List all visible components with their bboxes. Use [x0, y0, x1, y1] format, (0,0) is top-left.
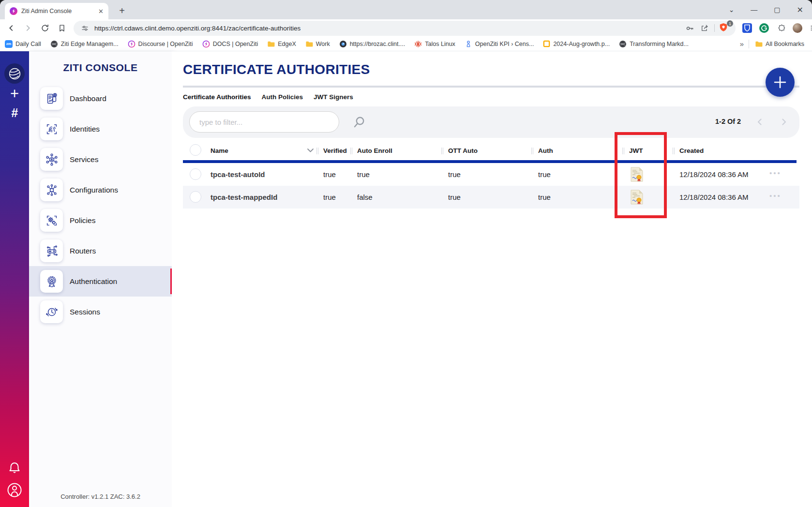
grammarly-extension-icon[interactable] [759, 23, 769, 33]
table-header: Name Verified Auto Enroll OTT Auto Auth … [172, 141, 812, 161]
column-divider [316, 148, 317, 154]
share-icon[interactable] [699, 23, 710, 33]
tab-auth-policies[interactable]: Auth Policies [262, 93, 303, 101]
ca-name[interactable]: tpca-test-autoId [211, 170, 265, 179]
sidebar-item-dashboard[interactable]: Dashboard [29, 83, 172, 114]
tab-jwt-signers[interactable]: JWT Signers [314, 93, 353, 101]
bookmark-label: Daily Call [15, 41, 41, 47]
bookmark-openziti-kpi[interactable]: OpenZiti KPI › Cens... [465, 40, 534, 48]
new-tab-button[interactable]: + [115, 4, 129, 17]
sidebar-item-authentication[interactable]: Authentication [29, 266, 172, 297]
browser-tab[interactable]: Ziti Admin Console ✕ [5, 3, 108, 19]
menu-icon[interactable] [809, 23, 812, 33]
sidebar-item-configurations[interactable]: Configurations [29, 175, 172, 205]
all-bookmarks-button[interactable]: All Bookmarks [755, 40, 804, 47]
rail-hash-icon[interactable]: # [0, 106, 29, 120]
verified-value: true [323, 193, 336, 201]
routers-icon [40, 239, 63, 262]
bookmarks-overflow-icon[interactable]: » [740, 40, 743, 48]
sidebar-item-label: Services [70, 155, 98, 164]
page-title: CERTIFICATE AUTHORITIES [183, 62, 370, 77]
ca-name[interactable]: tpca-test-mappedId [211, 193, 277, 201]
site-dark-icon [339, 40, 347, 48]
user-profile-icon[interactable] [0, 482, 29, 498]
column-jwt[interactable]: JWT [622, 147, 643, 154]
rail-add-icon[interactable]: + [0, 85, 29, 103]
column-name[interactable]: Name [211, 147, 228, 154]
bookmark-discourse-openziti[interactable]: Discourse | OpenZiti [128, 40, 193, 48]
forward-icon[interactable] [23, 23, 33, 33]
column-auto-enroll[interactable]: Auto Enroll [350, 147, 392, 154]
row-checkbox[interactable] [190, 191, 201, 203]
row-checkbox[interactable] [190, 168, 201, 180]
search-icon[interactable] [351, 115, 367, 130]
created-value: 12/18/2024 08:36 AM [679, 170, 749, 179]
sort-chevron-icon[interactable] [307, 149, 314, 152]
tab-search-icon[interactable]: ⌄ [729, 6, 735, 14]
select-all-checkbox[interactable] [190, 144, 201, 156]
password-key-icon[interactable] [684, 23, 695, 33]
authentication-icon [40, 270, 63, 293]
bookmark-daily-call[interactable]: zm Daily Call [5, 40, 41, 48]
netfoundry-logo-icon[interactable] [4, 63, 25, 84]
column-divider [441, 148, 442, 154]
verified-value: true [323, 170, 336, 179]
bookmark-docs-openziti[interactable]: DOCS | OpenZiti [202, 40, 258, 48]
bookmark-label: Ziti Edge Managem... [61, 41, 119, 47]
bookmark-label: 2024-Aug-growth.p... [553, 41, 610, 47]
sidebar-item-policies[interactable]: Policies [29, 205, 172, 236]
sidebar-item-services[interactable]: Services [29, 144, 172, 175]
brave-shield-icon[interactable]: 1 [719, 23, 730, 33]
bookmark-folder-edgex[interactable]: EdgeX [267, 40, 296, 47]
jwt-cert-icon[interactable] [631, 167, 643, 182]
openziti-bolt-icon [128, 40, 135, 48]
globe-dark-icon [619, 40, 627, 48]
back-icon[interactable] [6, 23, 16, 33]
jwt-cert-icon[interactable] [631, 190, 643, 205]
table-row[interactable]: tpca-test-autoId true true true true 12/… [183, 163, 799, 186]
sidebar: ZITI CONSOLE Dashboard Identities [29, 51, 172, 507]
subtab-bar: Certificate Authorities Auth Policies JW… [183, 93, 353, 101]
pagination-prev-icon[interactable] [755, 117, 765, 127]
bookmark-talos-linux[interactable]: Talos Linux [414, 40, 455, 48]
profile-avatar[interactable] [793, 23, 802, 33]
sidebar-item-routers[interactable]: Routers [29, 236, 172, 266]
column-auth[interactable]: Auth [531, 147, 553, 154]
row-menu-icon[interactable]: ••• [769, 192, 782, 200]
policies-icon [40, 209, 63, 232]
bookmark-folder-work[interactable]: Work [305, 40, 330, 47]
bookmarks-divider [749, 40, 749, 48]
add-ca-button[interactable] [766, 68, 795, 97]
sidebar-item-label: Identities [70, 125, 100, 134]
site-settings-icon[interactable] [79, 23, 90, 33]
table-row[interactable]: tpca-test-mappedId true false true true … [183, 186, 799, 209]
bookmark-tab-icon[interactable] [57, 23, 67, 33]
filter-input[interactable] [189, 111, 339, 133]
extensions-puzzle-icon[interactable] [776, 23, 786, 33]
bookmark-2024-aug-growth[interactable]: 2024-Aug-growth.p... [543, 40, 610, 47]
sidebar-item-sessions[interactable]: Sessions [29, 297, 172, 327]
bookmark-transforming-markdown[interactable]: Transforming Markd... [619, 40, 689, 48]
reload-icon[interactable] [40, 23, 50, 33]
url-text[interactable]: https://ctrl.cdaws.clint.demo.openziti.o… [94, 25, 680, 32]
folder-icon [755, 40, 763, 47]
bitwarden-extension-icon[interactable] [742, 23, 752, 33]
column-ott-auto[interactable]: OTT Auto [441, 147, 478, 154]
minimize-icon[interactable]: — [751, 6, 757, 14]
pagination-next-icon[interactable] [779, 117, 789, 127]
notifications-bell-icon[interactable] [0, 460, 29, 476]
tab-certificate-authorities[interactable]: Certificate Authorities [183, 93, 251, 101]
column-created[interactable]: Created [673, 147, 704, 154]
bookmark-label: Transforming Markd... [630, 41, 689, 47]
sidebar-item-label: Authentication [70, 277, 117, 286]
sidebar-item-identities[interactable]: Identities [29, 114, 172, 144]
url-bar[interactable]: https://ctrl.cdaws.clint.demo.openziti.o… [74, 21, 736, 36]
close-icon[interactable]: ✕ [797, 5, 803, 15]
maximize-icon[interactable]: ▢ [774, 6, 780, 14]
bookmark-ziti-edge[interactable]: Ziti Edge Managem... [50, 40, 119, 48]
column-verified[interactable]: Verified [316, 147, 347, 154]
bookmark-brozac[interactable]: https://brozac.clint.... [339, 40, 406, 48]
openziti-bolt-icon [202, 40, 210, 48]
row-menu-icon[interactable]: ••• [769, 169, 782, 177]
tab-close-icon[interactable]: ✕ [98, 8, 104, 15]
